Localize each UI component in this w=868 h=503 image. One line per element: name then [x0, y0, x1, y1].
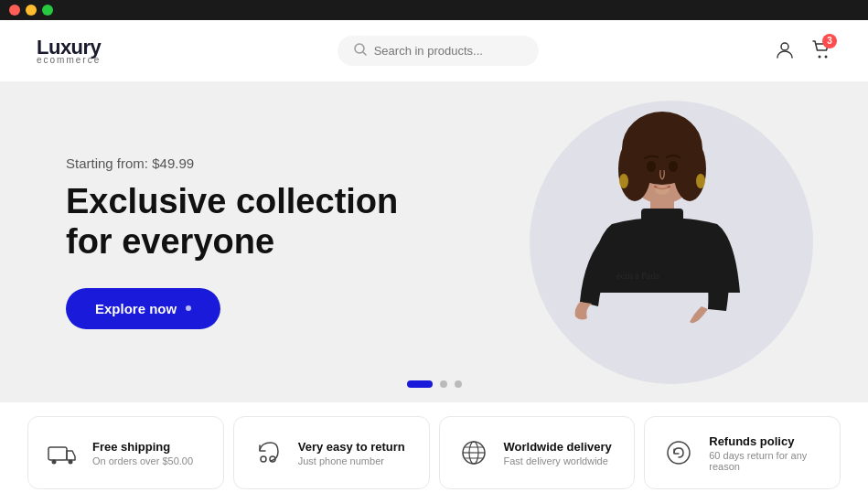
svg-point-8 — [673, 137, 706, 201]
carousel-dot-3[interactable] — [455, 380, 462, 388]
svg-point-4 — [824, 55, 827, 58]
feature-refunds-text: Refunds policy 60 days return for any re… — [709, 434, 823, 472]
logo-sub: eCommerce — [37, 56, 101, 65]
window-chrome — [0, 0, 868, 20]
feature-refunds-subtitle: 60 days return for any reason — [709, 450, 823, 472]
feature-worldwide-text: Worldwide delivery Fast delivery worldwi… — [504, 440, 612, 466]
carousel-dot-2[interactable] — [440, 380, 447, 388]
feature-free-shipping-title: Free shipping — [92, 440, 193, 454]
svg-point-2 — [781, 43, 788, 50]
svg-text:écrit à Paris: écrit à Paris — [616, 271, 659, 281]
search-icon — [354, 43, 367, 59]
hero-section: Starting from: $49.99 Exclusive collecti… — [0, 82, 868, 402]
explore-now-button[interactable]: Explore now — [66, 288, 220, 329]
close-dot[interactable] — [9, 5, 20, 16]
svg-point-15 — [655, 186, 670, 195]
globe-icon — [456, 435, 491, 470]
feature-easy-return-subtitle: Just phone number — [298, 455, 405, 466]
svg-point-3 — [818, 55, 820, 58]
svg-point-27 — [668, 442, 690, 464]
feature-refunds-title: Refunds policy — [709, 434, 823, 448]
search-bar[interactable] — [338, 36, 539, 66]
return-icon — [251, 435, 285, 470]
minimize-dot[interactable] — [26, 5, 37, 16]
search-input[interactable] — [374, 44, 522, 58]
svg-point-14 — [696, 174, 705, 188]
svg-point-7 — [618, 137, 651, 201]
feature-worldwide-title: Worldwide delivery — [504, 440, 612, 454]
hero-model-figure: écrit à Paris — [475, 82, 822, 402]
svg-point-18 — [52, 460, 57, 465]
feature-refunds: Refunds policy 60 days return for any re… — [644, 416, 841, 489]
refund-icon — [661, 435, 696, 470]
truck-icon — [45, 435, 80, 470]
header: Luxury eCommerce 3 — [0, 20, 868, 82]
maximize-dot[interactable] — [42, 5, 53, 16]
svg-point-11 — [647, 161, 656, 172]
svg-point-12 — [669, 161, 678, 172]
features-bar: Free shipping On orders over $50.00 Very… — [0, 402, 868, 503]
feature-worldwide-subtitle: Fast delivery worldwide — [504, 455, 612, 466]
feature-free-shipping-text: Free shipping On orders over $50.00 — [92, 440, 193, 466]
carousel-dot-1[interactable] — [407, 380, 433, 388]
cart-badge: 3 — [822, 34, 837, 48]
feature-easy-return: Very easy to return Just phone number — [233, 416, 430, 489]
hero-content: Starting from: $49.99 Exclusive collecti… — [0, 155, 398, 328]
user-icon[interactable] — [775, 39, 795, 63]
svg-rect-17 — [48, 447, 67, 460]
button-dot-icon — [186, 305, 191, 311]
svg-point-20 — [261, 456, 266, 462]
feature-easy-return-title: Very easy to return — [298, 440, 405, 454]
header-actions: 3 — [775, 39, 831, 63]
hero-title: Exclusive collection for everyone — [66, 182, 398, 262]
feature-easy-return-text: Very easy to return Just phone number — [298, 440, 405, 466]
carousel-dots — [407, 380, 462, 388]
cart-icon[interactable]: 3 — [811, 39, 831, 63]
svg-line-1 — [363, 52, 366, 55]
svg-point-19 — [69, 460, 73, 465]
hero-starting-price: Starting from: $49.99 — [66, 155, 398, 171]
feature-free-shipping-subtitle: On orders over $50.00 — [92, 455, 193, 466]
feature-worldwide: Worldwide delivery Fast delivery worldwi… — [439, 416, 636, 489]
svg-point-13 — [619, 174, 628, 188]
hero-image-area: écrit à Paris — [484, 82, 868, 402]
logo[interactable]: Luxury eCommerce — [37, 37, 101, 65]
feature-free-shipping: Free shipping On orders over $50.00 — [27, 416, 224, 489]
